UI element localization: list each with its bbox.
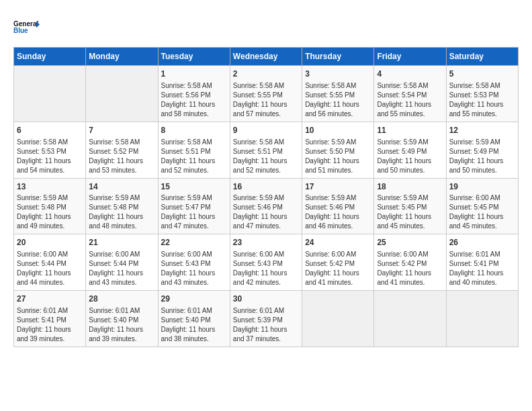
- svg-text:General: General: [13, 20, 38, 28]
- day-info: Daylight: 11 hours and 40 minutes.: [449, 269, 515, 287]
- calendar-cell: 25Sunrise: 6:00 AMSunset: 5:42 PMDayligh…: [374, 234, 446, 291]
- day-info: Sunrise: 5:59 AM: [377, 138, 443, 147]
- day-number: 14: [89, 181, 154, 193]
- day-info: Daylight: 11 hours and 48 minutes.: [89, 212, 154, 231]
- day-number: 23: [233, 237, 299, 248]
- calendar-cell: 26Sunrise: 6:01 AMSunset: 5:41 PMDayligh…: [446, 234, 518, 291]
- day-number: 3: [305, 68, 371, 80]
- day-info: Daylight: 11 hours and 38 minutes.: [161, 325, 227, 344]
- day-info: Sunset: 5:54 PM: [377, 91, 443, 100]
- calendar-cell: [446, 291, 518, 347]
- day-info: Sunset: 5:43 PM: [233, 259, 299, 269]
- day-info: Sunset: 5:51 PM: [161, 147, 227, 156]
- day-info: Sunset: 5:55 PM: [233, 91, 299, 100]
- day-info: Sunrise: 5:58 AM: [233, 138, 299, 147]
- day-info: Daylight: 11 hours and 42 minutes.: [233, 269, 299, 287]
- calendar-cell: 9Sunrise: 5:58 AMSunset: 5:51 PMDaylight…: [230, 122, 302, 178]
- day-info: Daylight: 11 hours and 41 minutes.: [305, 269, 371, 287]
- day-info: Sunset: 5:50 PM: [305, 147, 371, 156]
- calendar-body: 1Sunrise: 5:58 AMSunset: 5:56 PMDaylight…: [14, 66, 519, 347]
- calendar-cell: 12Sunrise: 5:59 AMSunset: 5:49 PMDayligh…: [446, 122, 518, 178]
- calendar-cell: 17Sunrise: 5:59 AMSunset: 5:46 PMDayligh…: [302, 178, 374, 234]
- day-info: Sunrise: 6:01 AM: [233, 306, 299, 316]
- day-info: Sunset: 5:40 PM: [89, 316, 154, 325]
- day-info: Sunrise: 6:01 AM: [449, 250, 515, 259]
- calendar-cell: 4Sunrise: 5:58 AMSunset: 5:54 PMDaylight…: [374, 66, 446, 122]
- day-info: Daylight: 11 hours and 52 minutes.: [233, 156, 299, 175]
- day-number: 9: [233, 125, 299, 136]
- col-header-saturday: Saturday: [446, 48, 518, 66]
- day-info: Sunrise: 5:59 AM: [305, 138, 371, 147]
- calendar-cell: 19Sunrise: 6:00 AMSunset: 5:45 PMDayligh…: [446, 178, 518, 234]
- day-info: Sunset: 5:48 PM: [17, 203, 83, 212]
- day-info: Sunset: 5:41 PM: [449, 259, 515, 269]
- day-number: 17: [305, 181, 371, 193]
- day-info: Sunrise: 5:58 AM: [449, 81, 515, 91]
- day-number: 27: [17, 293, 83, 305]
- day-info: Sunrise: 5:59 AM: [89, 193, 154, 203]
- day-number: 25: [377, 237, 443, 248]
- day-info: Sunset: 5:56 PM: [161, 91, 227, 100]
- day-info: Sunset: 5:49 PM: [449, 147, 515, 156]
- week-row-2: 6Sunrise: 5:58 AMSunset: 5:53 PMDaylight…: [14, 122, 519, 178]
- day-info: Sunset: 5:43 PM: [161, 259, 227, 269]
- calendar-cell: 3Sunrise: 5:58 AMSunset: 5:55 PMDaylight…: [302, 66, 374, 122]
- day-info: Sunset: 5:42 PM: [305, 259, 371, 269]
- calendar-cell: 11Sunrise: 5:59 AMSunset: 5:49 PMDayligh…: [374, 122, 446, 178]
- day-info: Daylight: 11 hours and 45 minutes.: [377, 212, 443, 231]
- day-info: Sunrise: 6:00 AM: [17, 250, 83, 259]
- day-info: Daylight: 11 hours and 45 minutes.: [449, 212, 515, 231]
- calendar-cell: 8Sunrise: 5:58 AMSunset: 5:51 PMDaylight…: [158, 122, 230, 178]
- day-info: Daylight: 11 hours and 49 minutes.: [17, 212, 83, 231]
- day-info: Daylight: 11 hours and 54 minutes.: [17, 156, 83, 175]
- day-info: Daylight: 11 hours and 53 minutes.: [89, 156, 154, 175]
- page-header: General Blue: [13, 13, 519, 40]
- col-header-tuesday: Tuesday: [158, 48, 230, 66]
- calendar-table: SundayMondayTuesdayWednesdayThursdayFrid…: [13, 47, 519, 347]
- day-info: Sunset: 5:46 PM: [233, 203, 299, 212]
- svg-text:Blue: Blue: [13, 27, 28, 34]
- day-info: Sunset: 5:44 PM: [89, 259, 154, 269]
- day-number: 28: [89, 293, 154, 305]
- day-info: Sunrise: 6:00 AM: [161, 250, 227, 259]
- day-info: Daylight: 11 hours and 46 minutes.: [305, 212, 371, 231]
- calendar-cell: 23Sunrise: 6:00 AMSunset: 5:43 PMDayligh…: [230, 234, 302, 291]
- day-info: Daylight: 11 hours and 50 minutes.: [449, 156, 515, 175]
- day-number: 18: [377, 181, 443, 193]
- day-number: 7: [89, 125, 154, 136]
- day-info: Daylight: 11 hours and 37 minutes.: [233, 325, 299, 344]
- calendar-cell: 7Sunrise: 5:58 AMSunset: 5:52 PMDaylight…: [86, 122, 158, 178]
- day-info: Sunrise: 6:00 AM: [89, 250, 154, 259]
- day-info: Sunrise: 6:01 AM: [161, 306, 227, 316]
- day-number: 29: [161, 293, 227, 305]
- week-row-4: 20Sunrise: 6:00 AMSunset: 5:44 PMDayligh…: [14, 234, 519, 291]
- calendar-cell: 2Sunrise: 5:58 AMSunset: 5:55 PMDaylight…: [230, 66, 302, 122]
- day-info: Sunset: 5:42 PM: [377, 259, 443, 269]
- day-number: 8: [161, 125, 227, 136]
- day-info: Sunset: 5:44 PM: [17, 259, 83, 269]
- day-info: Sunrise: 5:59 AM: [377, 193, 443, 203]
- day-info: Daylight: 11 hours and 55 minutes.: [449, 100, 515, 119]
- week-row-5: 27Sunrise: 6:01 AMSunset: 5:41 PMDayligh…: [14, 291, 519, 347]
- calendar-cell: 10Sunrise: 5:59 AMSunset: 5:50 PMDayligh…: [302, 122, 374, 178]
- column-headers: SundayMondayTuesdayWednesdayThursdayFrid…: [14, 48, 519, 66]
- day-info: Daylight: 11 hours and 39 minutes.: [17, 325, 83, 344]
- day-info: Sunset: 5:53 PM: [17, 147, 83, 156]
- day-info: Daylight: 11 hours and 55 minutes.: [377, 100, 443, 119]
- day-info: Daylight: 11 hours and 44 minutes.: [17, 269, 83, 287]
- day-info: Daylight: 11 hours and 39 minutes.: [89, 325, 154, 344]
- day-number: 10: [305, 125, 371, 136]
- day-number: 30: [233, 293, 299, 305]
- day-info: Sunset: 5:46 PM: [305, 203, 371, 212]
- logo: General Blue: [13, 13, 43, 40]
- day-number: 19: [449, 181, 515, 193]
- day-number: 2: [233, 68, 299, 80]
- day-number: 12: [449, 125, 515, 136]
- day-info: Daylight: 11 hours and 41 minutes.: [377, 269, 443, 287]
- calendar-cell: 16Sunrise: 5:59 AMSunset: 5:46 PMDayligh…: [230, 178, 302, 234]
- day-info: Daylight: 11 hours and 43 minutes.: [161, 269, 227, 287]
- day-info: Daylight: 11 hours and 47 minutes.: [233, 212, 299, 231]
- day-info: Daylight: 11 hours and 43 minutes.: [89, 269, 154, 287]
- day-info: Sunset: 5:45 PM: [377, 203, 443, 212]
- day-info: Daylight: 11 hours and 56 minutes.: [305, 100, 371, 119]
